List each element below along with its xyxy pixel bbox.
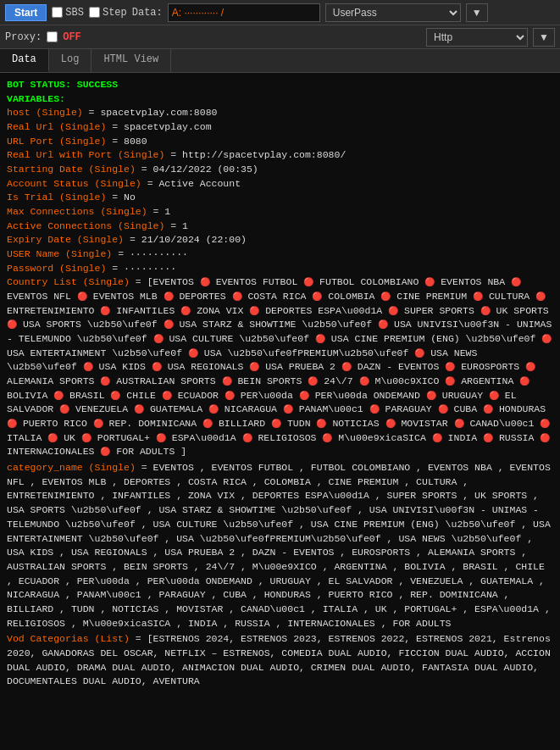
kv-maxconn: Max Connections (Single) = 1: [7, 205, 553, 219]
kv-istrial: Is Trial (Single) = No: [7, 191, 553, 205]
kv-password: Password (Single) = ·········: [7, 262, 553, 276]
status-line: BOT STATUS: SUCCESS: [7, 78, 553, 92]
step-checkbox[interactable]: [89, 7, 100, 18]
content-area[interactable]: BOT STATUS: SUCCESS VARIABLES: host (Sin…: [0, 73, 560, 750]
toolbar: Start SBS Step Data: UserPass ▼: [0, 0, 560, 25]
variables-header: VARIABLES:: [7, 92, 553, 107]
tab-log[interactable]: Log: [49, 49, 92, 72]
start-button[interactable]: Start: [5, 4, 47, 21]
proxy-off-label: OFF: [63, 31, 81, 43]
proxy-row: Proxy: OFF Http ▼: [0, 25, 560, 49]
sbs-label: SBS: [65, 7, 84, 19]
sbs-checkbox[interactable]: [52, 7, 63, 18]
kv-host: host (Single) = spacetvplay.com:8080: [7, 106, 553, 120]
userpass-dropdown[interactable]: ▼: [466, 3, 488, 22]
step-wrap: Step: [89, 7, 127, 19]
variables-label: VARIABLES:: [7, 93, 65, 104]
proxy-checkbox[interactable]: [47, 31, 58, 42]
data-label: Data:: [132, 7, 163, 19]
tabs: Data Log HTML View: [0, 49, 560, 73]
category-name-line: category_name (Single) = EVENTOS , EVENT…: [7, 461, 553, 631]
http-select[interactable]: Http: [426, 28, 528, 47]
step-label: Step: [103, 7, 127, 19]
kv-activeconn: Active Connections (Single) = 1: [7, 219, 553, 234]
tab-data[interactable]: Data: [0, 49, 49, 72]
http-dropdown[interactable]: ▼: [533, 28, 555, 47]
kv-startingdate: Starting Date (Single) = 04/12/2022 (00:…: [7, 163, 553, 177]
kv-urlport: URL Port (Single) = 8080: [7, 135, 553, 149]
tab-html-view[interactable]: HTML View: [91, 49, 171, 72]
vod-categorias-line: Vod Categorias (List) = [ESTRENOS 2024, …: [7, 632, 553, 689]
proxy-label: Proxy:: [5, 31, 42, 43]
kv-realurl: Real Url (Single) = spacetvplay.com: [7, 120, 553, 135]
userpass-select[interactable]: UserPass: [325, 3, 461, 22]
kv-username: USER Name (Single) = ··········: [7, 247, 553, 262]
country-list-line: Country List (Single) = [EVENTOS 🔴 EVENT…: [7, 275, 553, 459]
kv-accountstatus: Account Status (Single) = Active Account: [7, 177, 553, 192]
data-input[interactable]: [168, 3, 320, 22]
kv-realurlport: Real Url with Port (Single) = http://spa…: [7, 148, 553, 163]
kv-expiry: Expiry Date (Single) = 21/10/2024 (22:00…: [7, 233, 553, 247]
sbs-wrap: SBS: [52, 7, 84, 19]
bot-status: BOT STATUS: SUCCESS: [7, 79, 118, 90]
